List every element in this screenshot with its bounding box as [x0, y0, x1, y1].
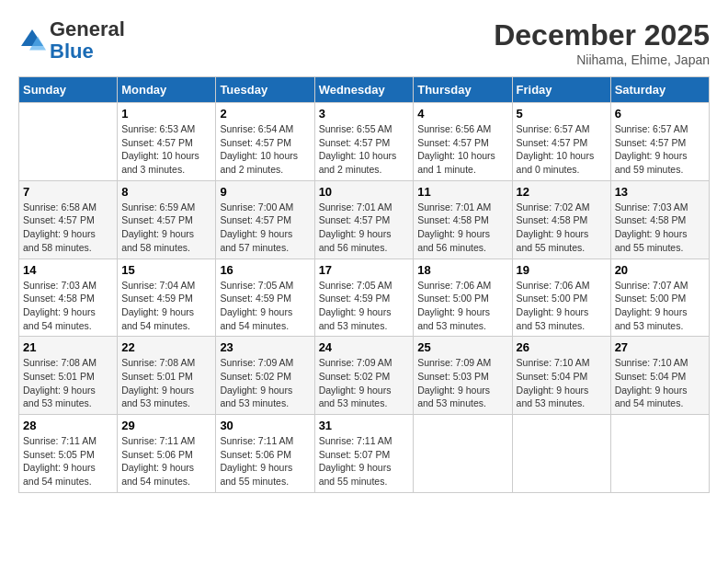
day-info: Sunrise: 7:10 AMSunset: 5:04 PMDaylight:… [517, 356, 607, 410]
calendar-cell: 31Sunrise: 7:11 AMSunset: 5:07 PMDayligh… [314, 415, 414, 493]
day-number: 9 [220, 185, 310, 199]
day-info: Sunrise: 7:06 AMSunset: 5:00 PMDaylight:… [517, 279, 607, 333]
logo-blue-text: Blue [50, 40, 125, 63]
day-info: Sunrise: 6:54 AMSunset: 4:57 PMDaylight:… [220, 122, 310, 177]
day-info: Sunrise: 7:00 AMSunset: 4:57 PMDaylight:… [220, 201, 310, 255]
logo-general-text: General [50, 18, 125, 40]
day-number: 18 [417, 263, 507, 277]
page-header: General Blue December 2025 Niihama, Ehim… [18, 18, 710, 67]
calendar-week-row: 14Sunrise: 7:03 AMSunset: 4:58 PMDayligh… [19, 259, 710, 337]
month-title: December 2025 [494, 18, 710, 52]
calendar-table: SundayMondayTuesdayWednesdayThursdayFrid… [18, 76, 710, 493]
day-number: 23 [220, 340, 310, 354]
day-info: Sunrise: 7:11 AMSunset: 5:07 PMDaylight:… [319, 434, 410, 488]
calendar-cell: 18Sunrise: 7:06 AMSunset: 5:00 PMDayligh… [414, 259, 512, 337]
day-info: Sunrise: 7:10 AMSunset: 5:04 PMDaylight:… [615, 356, 705, 410]
calendar-cell: 15Sunrise: 7:04 AMSunset: 4:59 PMDayligh… [118, 259, 216, 337]
weekday-header-tuesday: Tuesday [216, 77, 314, 103]
calendar-cell: 9Sunrise: 7:00 AMSunset: 4:57 PMDaylight… [216, 180, 314, 259]
day-info: Sunrise: 6:58 AMSunset: 4:57 PMDaylight:… [23, 201, 113, 255]
weekday-header-monday: Monday [118, 77, 216, 103]
day-info: Sunrise: 6:56 AMSunset: 4:57 PMDaylight:… [417, 122, 507, 177]
weekday-header-sunday: Sunday [19, 77, 118, 103]
calendar-cell: 13Sunrise: 7:03 AMSunset: 4:58 PMDayligh… [610, 180, 709, 259]
title-block: December 2025 Niihama, Ehime, Japan [494, 18, 710, 67]
day-number: 25 [417, 340, 507, 354]
logo: General Blue [18, 18, 125, 63]
day-info: Sunrise: 7:01 AMSunset: 4:58 PMDaylight:… [417, 201, 507, 255]
day-info: Sunrise: 7:07 AMSunset: 5:00 PMDaylight:… [615, 279, 705, 333]
day-number: 24 [319, 340, 410, 354]
day-info: Sunrise: 7:03 AMSunset: 4:58 PMDaylight:… [615, 201, 705, 255]
calendar-cell [414, 415, 512, 493]
day-number: 19 [517, 263, 607, 277]
day-info: Sunrise: 7:05 AMSunset: 4:59 PMDaylight:… [319, 279, 410, 333]
day-info: Sunrise: 6:59 AMSunset: 4:57 PMDaylight:… [121, 201, 211, 255]
calendar-cell: 2Sunrise: 6:54 AMSunset: 4:57 PMDaylight… [216, 103, 314, 181]
day-info: Sunrise: 7:06 AMSunset: 5:00 PMDaylight:… [417, 279, 507, 333]
calendar-cell: 26Sunrise: 7:10 AMSunset: 5:04 PMDayligh… [512, 337, 610, 415]
day-number: 12 [517, 185, 607, 199]
day-number: 2 [220, 107, 310, 121]
day-info: Sunrise: 7:03 AMSunset: 4:58 PMDaylight:… [23, 279, 113, 333]
day-number: 1 [121, 107, 211, 121]
day-number: 17 [319, 263, 410, 277]
day-number: 10 [319, 185, 410, 199]
day-info: Sunrise: 7:09 AMSunset: 5:02 PMDaylight:… [220, 356, 310, 410]
calendar-cell: 6Sunrise: 6:57 AMSunset: 4:57 PMDaylight… [610, 103, 709, 181]
day-info: Sunrise: 7:08 AMSunset: 5:01 PMDaylight:… [23, 356, 113, 410]
day-info: Sunrise: 7:09 AMSunset: 5:02 PMDaylight:… [319, 356, 410, 410]
calendar-cell [610, 415, 709, 493]
calendar-cell: 1Sunrise: 6:53 AMSunset: 4:57 PMDaylight… [118, 103, 216, 181]
calendar-cell: 21Sunrise: 7:08 AMSunset: 5:01 PMDayligh… [19, 337, 118, 415]
day-number: 31 [319, 419, 410, 432]
day-number: 3 [319, 107, 410, 121]
calendar-cell: 19Sunrise: 7:06 AMSunset: 5:00 PMDayligh… [512, 259, 610, 337]
calendar-cell: 27Sunrise: 7:10 AMSunset: 5:04 PMDayligh… [610, 337, 709, 415]
day-info: Sunrise: 6:57 AMSunset: 4:57 PMDaylight:… [517, 122, 607, 177]
day-number: 29 [121, 419, 211, 432]
calendar-cell: 22Sunrise: 7:08 AMSunset: 5:01 PMDayligh… [118, 337, 216, 415]
weekday-header-saturday: Saturday [610, 77, 709, 103]
calendar-cell: 30Sunrise: 7:11 AMSunset: 5:06 PMDayligh… [216, 415, 314, 493]
day-number: 14 [23, 263, 113, 277]
calendar-cell: 25Sunrise: 7:09 AMSunset: 5:03 PMDayligh… [414, 337, 512, 415]
calendar-week-row: 7Sunrise: 6:58 AMSunset: 4:57 PMDaylight… [19, 180, 710, 259]
day-info: Sunrise: 6:55 AMSunset: 4:57 PMDaylight:… [319, 122, 410, 177]
weekday-header-thursday: Thursday [414, 77, 512, 103]
calendar-cell: 28Sunrise: 7:11 AMSunset: 5:05 PMDayligh… [19, 415, 118, 493]
calendar-header-row: SundayMondayTuesdayWednesdayThursdayFrid… [19, 77, 710, 103]
calendar-cell: 3Sunrise: 6:55 AMSunset: 4:57 PMDaylight… [314, 103, 414, 181]
day-number: 6 [615, 107, 705, 121]
calendar-cell [512, 415, 610, 493]
weekday-header-friday: Friday [512, 77, 610, 103]
calendar-cell: 20Sunrise: 7:07 AMSunset: 5:00 PMDayligh… [610, 259, 709, 337]
calendar-cell: 17Sunrise: 7:05 AMSunset: 4:59 PMDayligh… [314, 259, 414, 337]
calendar-cell: 8Sunrise: 6:59 AMSunset: 4:57 PMDaylight… [118, 180, 216, 259]
day-info: Sunrise: 7:08 AMSunset: 5:01 PMDaylight:… [121, 356, 211, 410]
day-info: Sunrise: 6:57 AMSunset: 4:57 PMDaylight:… [615, 122, 705, 177]
day-info: Sunrise: 7:04 AMSunset: 4:59 PMDaylight:… [121, 279, 211, 333]
calendar-cell [19, 103, 118, 181]
calendar-week-row: 1Sunrise: 6:53 AMSunset: 4:57 PMDaylight… [19, 103, 710, 181]
calendar-cell: 5Sunrise: 6:57 AMSunset: 4:57 PMDaylight… [512, 103, 610, 181]
day-info: Sunrise: 7:02 AMSunset: 4:58 PMDaylight:… [517, 201, 607, 255]
calendar-cell: 10Sunrise: 7:01 AMSunset: 4:57 PMDayligh… [314, 180, 414, 259]
day-number: 21 [23, 340, 113, 354]
day-info: Sunrise: 6:53 AMSunset: 4:57 PMDaylight:… [121, 122, 211, 177]
calendar-cell: 14Sunrise: 7:03 AMSunset: 4:58 PMDayligh… [19, 259, 118, 337]
calendar-cell: 12Sunrise: 7:02 AMSunset: 4:58 PMDayligh… [512, 180, 610, 259]
day-info: Sunrise: 7:11 AMSunset: 5:06 PMDaylight:… [121, 434, 211, 488]
day-number: 22 [121, 340, 211, 354]
weekday-header-wednesday: Wednesday [314, 77, 414, 103]
day-number: 5 [517, 107, 607, 121]
calendar-cell: 29Sunrise: 7:11 AMSunset: 5:06 PMDayligh… [118, 415, 216, 493]
logo-icon [18, 27, 46, 54]
day-number: 27 [615, 340, 705, 354]
day-number: 28 [23, 419, 113, 432]
calendar-cell: 16Sunrise: 7:05 AMSunset: 4:59 PMDayligh… [216, 259, 314, 337]
calendar-cell: 7Sunrise: 6:58 AMSunset: 4:57 PMDaylight… [19, 180, 118, 259]
calendar-cell: 11Sunrise: 7:01 AMSunset: 4:58 PMDayligh… [414, 180, 512, 259]
day-number: 7 [23, 185, 113, 199]
location-subtitle: Niihama, Ehime, Japan [494, 52, 710, 67]
